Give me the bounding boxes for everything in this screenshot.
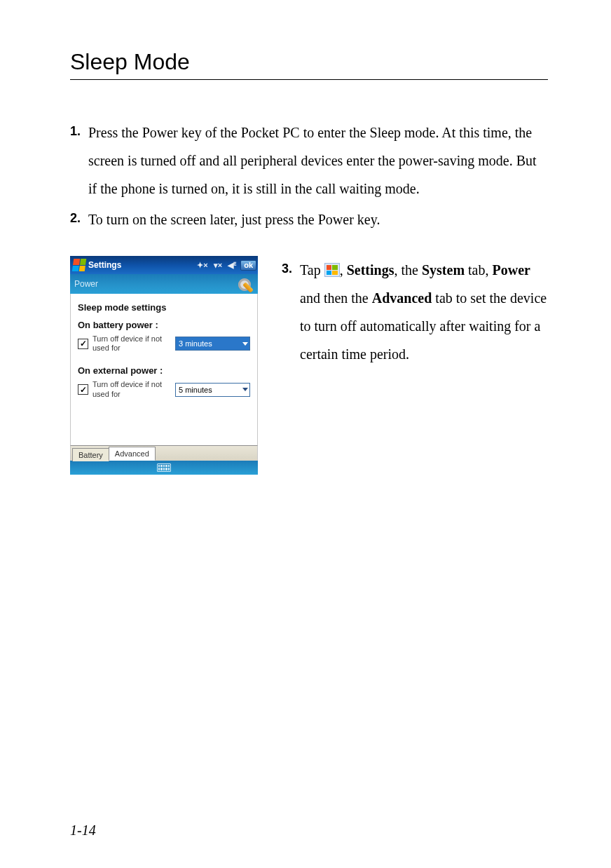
connectivity-icon[interactable]: ✦× [195, 261, 209, 270]
dropdown-arrow-icon [242, 388, 248, 391]
bottom-bar [70, 461, 258, 475]
tab-advanced[interactable]: Advanced [109, 447, 156, 461]
titlebar: Settings ✦× ▾× ◀ᴱ ok [70, 256, 258, 274]
step-2: 2. To turn on the screen later, just pre… [70, 205, 548, 233]
battery-section-label: On battery power : [78, 320, 250, 330]
external-section-label: On external power : [78, 365, 250, 376]
titlebar-title: Settings [88, 260, 121, 270]
volume-icon[interactable]: ◀ᴱ [226, 261, 238, 270]
step-text: Tap , Settings, the System tab, Power an… [300, 256, 548, 368]
instruction-list: 1. Press the Power key of the Pocket PC … [70, 118, 548, 233]
external-minutes-value: 5 minutes [179, 386, 212, 394]
t: tab, [465, 262, 492, 278]
external-cb-label: Turn off device if not used for [92, 380, 171, 398]
panel-body: Sleep mode settings On battery power : T… [70, 294, 258, 417]
t-bold: Power [492, 262, 530, 278]
battery-minutes-value: 3 minutes [179, 339, 212, 348]
external-row: Turn off device if not used for 5 minute… [78, 380, 250, 398]
step-number: 3. [282, 256, 300, 368]
start-flag-icon [324, 263, 340, 277]
page-number: 1-14 [70, 822, 96, 839]
t-bold: System [422, 262, 465, 278]
step-1: 1. Press the Power key of the Pocket PC … [70, 118, 548, 203]
page-title: Sleep Mode [70, 49, 548, 80]
panel-label: Power [74, 279, 98, 289]
external-minutes-select[interactable]: 5 minutes [175, 383, 250, 397]
tab-bar: Battery Advanced [70, 445, 258, 461]
settings-gear-icon [237, 276, 255, 294]
step-text: To turn on the screen later, just press … [88, 205, 548, 233]
step-3: 3. Tap , Settings, the System tab, Power… [282, 256, 548, 368]
tab-battery[interactable]: Battery [72, 448, 109, 461]
pocketpc-screenshot: Settings ✦× ▾× ◀ᴱ ok Power Sleep mode se… [70, 256, 258, 475]
t: , the [394, 262, 422, 278]
dropdown-arrow-icon [242, 342, 248, 346]
t-bold: Advanced [372, 290, 432, 306]
sub-titlebar: Power [70, 274, 258, 294]
battery-cb-label: Turn off device if not used for [92, 334, 171, 353]
t: and then the [300, 290, 372, 306]
signal-icon[interactable]: ▾× [212, 261, 224, 270]
panel-heading: Sleep mode settings [78, 302, 250, 313]
battery-minutes-select[interactable]: 3 minutes [175, 337, 250, 351]
keyboard-icon[interactable] [157, 463, 171, 472]
battery-row: Turn off device if not used for 3 minute… [78, 334, 250, 353]
external-checkbox[interactable] [78, 384, 88, 395]
t: Tap [300, 262, 324, 278]
step-number: 1. [70, 118, 88, 203]
step-number: 2. [70, 205, 88, 233]
battery-checkbox[interactable] [78, 339, 88, 349]
step-text: Press the Power key of the Pocket PC to … [88, 118, 548, 203]
step-3-column: 3. Tap , Settings, the System tab, Power… [282, 256, 548, 371]
start-flag-icon[interactable] [72, 259, 87, 271]
ok-button[interactable]: ok [240, 260, 256, 271]
t: , [340, 262, 347, 278]
t-bold: Settings [347, 262, 394, 278]
